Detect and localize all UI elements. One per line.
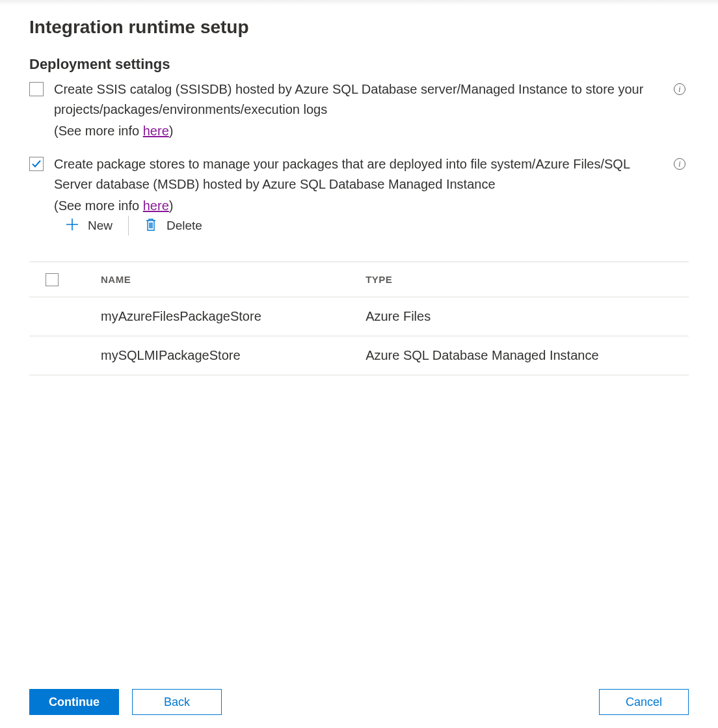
table-row[interactable]: myAzureFilesPackageStore Azure Files: [29, 297, 689, 336]
option-ssis-catalog: Create SSIS catalog (SSISDB) hosted by A…: [29, 79, 689, 139]
toolbar-separator: [128, 216, 129, 236]
moreinfo-prefix: (See more info: [54, 198, 143, 213]
option-package-text: Create package stores to manage your pac…: [54, 154, 660, 195]
info-icon[interactable]: i: [674, 83, 685, 95]
delete-button[interactable]: Delete: [144, 217, 202, 235]
option-ssis-text: Create SSIS catalog (SSISDB) hosted by A…: [54, 79, 660, 120]
table-header-row: NAME TYPE: [29, 262, 689, 297]
moreinfo-suffix: ): [169, 198, 174, 213]
option-ssis-moreinfo: (See more info here): [54, 124, 660, 139]
section-title: Deployment settings: [29, 56, 689, 73]
footer: Continue Back Cancel: [29, 669, 689, 715]
checkbox-select-all[interactable]: [46, 273, 59, 286]
moreinfo-link[interactable]: here: [143, 198, 169, 213]
package-toolbar: New Delete: [66, 216, 660, 236]
back-button[interactable]: Back: [132, 689, 222, 715]
continue-button[interactable]: Continue: [29, 689, 119, 715]
checkbox-ssis-catalog[interactable]: [29, 82, 44, 96]
new-label: New: [88, 219, 113, 233]
cell-name: myAzureFilesPackageStore: [75, 309, 366, 324]
cell-type: Azure Files: [366, 309, 689, 324]
cell-type: Azure SQL Database Managed Instance: [366, 348, 689, 363]
trash-icon: [144, 217, 157, 235]
moreinfo-link[interactable]: here: [143, 124, 169, 138]
checkmark-icon: [31, 159, 42, 169]
cancel-button[interactable]: Cancel: [599, 689, 689, 715]
cell-name: mySQLMIPackageStore: [75, 348, 366, 363]
info-icon[interactable]: i: [674, 158, 685, 170]
package-stores-table: NAME TYPE myAzureFilesPackageStore Azure…: [29, 262, 689, 375]
table-row[interactable]: mySQLMIPackageStore Azure SQL Database M…: [29, 336, 689, 375]
option-package-stores: Create package stores to manage your pac…: [29, 154, 689, 246]
col-header-type[interactable]: TYPE: [366, 274, 689, 285]
new-button[interactable]: New: [66, 218, 113, 234]
checkbox-package-stores[interactable]: [29, 157, 44, 171]
moreinfo-suffix: ): [169, 124, 174, 138]
plus-icon: [66, 218, 79, 234]
page-title: Integration runtime setup: [29, 17, 689, 38]
col-header-name[interactable]: NAME: [75, 274, 366, 285]
option-package-moreinfo: (See more info here): [54, 198, 660, 213]
delete-label: Delete: [166, 219, 202, 233]
moreinfo-prefix: (See more info: [54, 124, 143, 138]
